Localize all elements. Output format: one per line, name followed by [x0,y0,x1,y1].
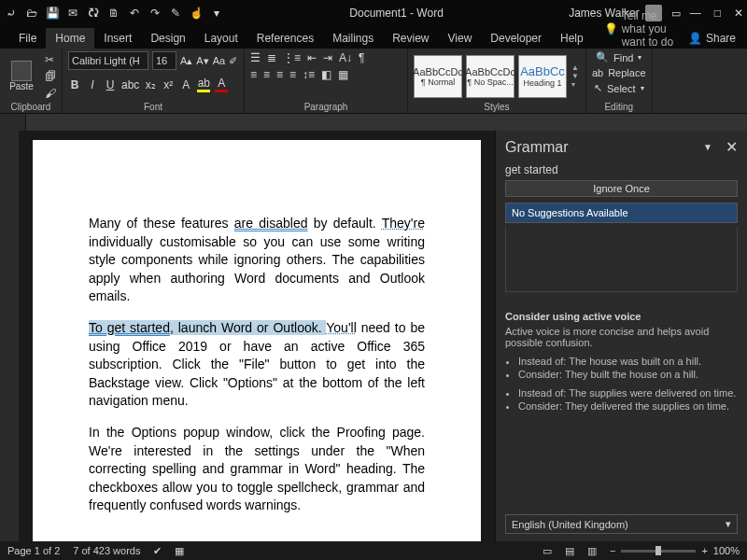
tab-mailings[interactable]: Mailings [323,28,383,49]
horizontal-ruler[interactable] [0,114,747,131]
align-left-icon[interactable]: ≡ [250,68,257,81]
no-suggestions-item[interactable]: No Suggestions Available [505,203,738,223]
bold-button[interactable]: B [68,78,81,91]
qat-dropdown-icon[interactable]: ▾ [209,6,224,21]
style-normal[interactable]: AaBbCcDc¶ Normal [414,55,462,98]
dec-indent-icon[interactable]: ⇤ [307,51,317,64]
show-marks-icon[interactable]: ¶ [359,51,364,64]
text-effects-icon[interactable]: A [179,78,192,91]
style-heading1[interactable]: AaBbCcHeading 1 [518,55,567,98]
tab-layout[interactable]: Layout [195,28,247,49]
save-icon[interactable]: 💾 [45,6,60,21]
paragraph-2[interactable]: To get started, launch Word or Outlook. … [89,319,425,411]
share-button[interactable]: 👤Share [677,28,747,49]
tab-file[interactable]: File [9,28,46,49]
pane-close-icon[interactable]: ✕ [726,138,738,156]
envelope-icon[interactable]: ✉ [65,6,80,21]
format-painter-icon[interactable]: 🖌 [45,87,56,100]
macro-icon[interactable]: ▦ [175,545,184,557]
replace-icon: ab [592,67,603,78]
minimize-button[interactable]: — [690,7,701,20]
copy-icon[interactable]: 🗐 [45,70,56,83]
superscript-button[interactable]: x² [162,78,175,91]
tab-help[interactable]: Help [551,28,593,49]
shrink-font-icon[interactable]: A▾ [196,55,208,67]
redo-icon[interactable]: ↷ [148,6,162,21]
style-nospacing[interactable]: AaBbCcDc¶ No Spac... [466,55,514,98]
close-button[interactable]: ✕ [734,7,743,20]
tab-view[interactable]: View [439,28,482,49]
inc-indent-icon[interactable]: ⇥ [323,51,332,64]
replace-button[interactable]: abReplace [592,67,646,78]
grow-font-icon[interactable]: A▴ [180,55,192,67]
window-controls: — □ ✕ [690,7,743,20]
numbering-icon[interactable]: ≣ [267,51,276,64]
zoom-slider[interactable] [621,550,696,553]
paragraph-1[interactable]: Many of these features are disabled by d… [89,215,425,306]
quickprint-icon[interactable]: 🗎 [106,6,121,21]
font-size-select[interactable] [152,51,176,70]
select-button[interactable]: ↖Select▾ [594,82,644,94]
tab-developer[interactable]: Developer [481,28,551,49]
font-name-select[interactable] [68,51,148,70]
document-area[interactable]: Many of these features are disabled by d… [19,131,495,541]
share-icon: 👤 [688,32,702,45]
status-page[interactable]: Page 1 of 2 [7,545,60,556]
font-color-icon[interactable]: A [215,77,228,92]
paragraph-3[interactable]: In the Options popup window, click the P… [89,424,425,515]
tab-insert[interactable]: Insert [94,28,141,49]
vertical-ruler[interactable] [0,131,19,541]
cut-icon[interactable]: ✂ [45,53,56,66]
zoom-level[interactable]: 100% [713,545,740,556]
tell-me[interactable]: 💡Tell me what you want to do [604,9,677,49]
view-read-icon[interactable]: ▭ [543,545,552,557]
spellcheck-icon[interactable]: ✔ [153,545,162,557]
cursor-icon: ↖ [594,82,602,94]
align-right-icon[interactable]: ≡ [276,68,283,81]
advice-title: Consider using active voice [505,311,738,322]
page[interactable]: Many of these features are disabled by d… [33,140,481,541]
maximize-button[interactable]: □ [714,7,721,20]
status-words[interactable]: 7 of 423 words [73,545,140,556]
shading-icon[interactable]: ◧ [321,68,331,81]
refresh-icon[interactable]: 🗘 [86,6,101,21]
change-case-icon[interactable]: Aa [213,55,225,66]
find-button[interactable]: 🔍Find▾ [596,51,641,63]
tab-review[interactable]: Review [383,28,438,49]
styles-up-icon[interactable]: ▲ [571,63,579,72]
highlight-icon[interactable]: ab [197,77,210,92]
open-icon[interactable]: 🗁 [24,6,39,21]
pane-options-icon[interactable]: ▼ [703,142,712,152]
strike-button[interactable]: abc [121,78,139,91]
line-spacing-icon[interactable]: ↕≡ [303,68,315,81]
justify-icon[interactable]: ≡ [289,68,296,81]
paste-button[interactable]: Paste [6,61,37,91]
sort-icon[interactable]: A↓ [339,51,352,64]
styles-more-icon[interactable]: ▾ [571,80,579,89]
autosave-icon[interactable]: ⤾ [4,6,19,21]
bullets-icon[interactable]: ☰ [250,51,261,64]
view-print-icon[interactable]: ▤ [565,545,574,557]
language-selector[interactable]: English (United Kingdom)▾ [505,514,738,534]
zoom-out-icon[interactable]: − [610,545,615,556]
tab-references[interactable]: References [247,28,323,49]
underline-button[interactable]: U [104,78,117,91]
italic-button[interactable]: I [86,78,99,91]
styles-down-icon[interactable]: ▼ [571,72,579,80]
subscript-button[interactable]: x₂ [144,78,157,91]
group-label-editing: Editing [592,101,646,112]
draw-icon[interactable]: ✎ [168,6,183,21]
zoom-control[interactable]: − + 100% [610,545,740,556]
ignore-once-button[interactable]: Ignore Once [505,180,738,197]
touch-icon[interactable]: ☝ [189,6,204,21]
clear-format-icon[interactable]: ✐ [229,55,237,67]
tab-design[interactable]: Design [141,28,194,49]
undo-icon[interactable]: ↶ [127,6,142,21]
multilevel-icon[interactable]: ⋮≡ [283,51,301,64]
view-web-icon[interactable]: ▥ [587,545,597,557]
tab-home[interactable]: Home [46,28,94,49]
borders-icon[interactable]: ▦ [338,68,348,81]
zoom-in-icon[interactable]: + [701,545,707,556]
align-center-icon[interactable]: ≡ [263,68,270,81]
group-label-styles: Styles [414,101,580,112]
